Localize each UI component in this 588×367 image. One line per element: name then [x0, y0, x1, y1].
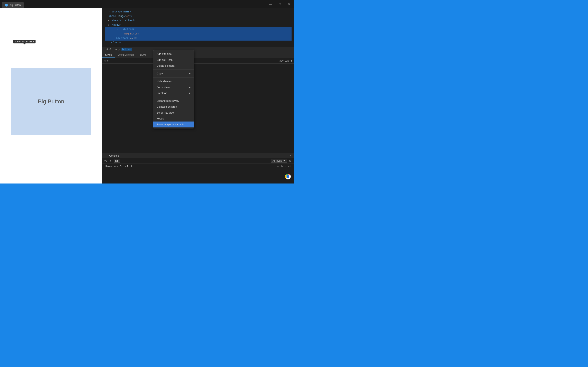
menu-separator-3: [153, 97, 194, 97]
svg-line-3: [105, 160, 107, 162]
tree-line-body[interactable]: ▼ <body>: [105, 23, 292, 27]
filter-row: :hov .cls +: [102, 58, 294, 64]
menu-scroll-into-view[interactable]: Scroll into view: [153, 110, 194, 116]
breadcrumb-body[interactable]: body: [113, 48, 121, 51]
menu-store-global[interactable]: Store as global variable: [153, 122, 194, 127]
menu-add-attribute[interactable]: Add attribute: [153, 51, 194, 57]
tree-line-html[interactable]: <html lang="en">: [105, 14, 292, 19]
maximize-button[interactable]: □: [275, 0, 285, 8]
menu-force-state[interactable]: Force state ▶: [153, 84, 194, 90]
sub-tabs: Styles Event Listeners DOM Properties Ac…: [102, 52, 294, 58]
copy-submenu-arrow: ▶: [189, 72, 190, 75]
tree-line-button-text[interactable]: Big Button: [105, 32, 292, 36]
console-prompt: ›: [102, 180, 294, 184]
sub-tab-styles[interactable]: Styles: [102, 52, 115, 58]
console-header: ⋮ Console ✕: [102, 153, 294, 158]
break-on-submenu-arrow: ▶: [189, 92, 190, 94]
log-source[interactable]: script.js:2: [277, 165, 292, 169]
filter-actions: :hov .cls +: [279, 59, 292, 63]
console-grip: ⋮: [105, 154, 108, 157]
console-settings-icon[interactable]: ⚙: [288, 159, 292, 162]
tab-favicon: [5, 4, 8, 7]
breadcrumb-button[interactable]: button: [121, 48, 132, 51]
add-style-button[interactable]: +: [291, 59, 292, 63]
styles-area: [102, 64, 294, 153]
big-button[interactable]: Big Button: [11, 68, 91, 135]
console-tab[interactable]: Console: [109, 154, 119, 157]
chrome-logo: [285, 174, 291, 180]
menu-break-on[interactable]: Break on ▶: [153, 90, 194, 96]
console-output: thank you for click script.js:2: [102, 164, 294, 180]
prompt-chevron: ›: [104, 181, 104, 183]
menu-separator-1: [153, 69, 194, 70]
tree-line-button-open[interactable]: ... <button>: [105, 27, 292, 32]
clear-console-button[interactable]: [104, 159, 108, 163]
menu-focus[interactable]: Focus: [153, 116, 194, 122]
menu-separator-2: [153, 77, 194, 77]
console-section: ⋮ Console ✕ top: [102, 153, 294, 184]
play-icon[interactable]: [109, 159, 112, 163]
svg-marker-4: [110, 160, 112, 162]
menu-copy[interactable]: Copy ▶: [153, 71, 194, 76]
context-menu: Add attribute Edit as HTML Delete elemen…: [153, 50, 194, 128]
menu-expand-recursively[interactable]: Expand recursively: [153, 98, 194, 104]
console-toolbar: top All levels ▼ ⚙: [102, 158, 294, 164]
force-state-submenu-arrow: ▶: [189, 86, 190, 89]
sub-tab-event-listeners[interactable]: Event Listeners: [115, 52, 138, 58]
tab-title: Big Button: [9, 4, 21, 7]
console-context-selector[interactable]: top: [114, 159, 120, 163]
menu-delete-element[interactable]: Delete element: [153, 63, 194, 69]
chevron-down-icon: ▼: [283, 159, 285, 162]
menu-hide-element[interactable]: Hide element: [153, 78, 194, 84]
menu-collapse-children[interactable]: Collapse children: [153, 104, 194, 110]
tree-line-button-close[interactable]: </button> == $0: [105, 36, 292, 41]
browser-tab[interactable]: Big Button: [2, 2, 24, 8]
hov-button[interactable]: :hov: [279, 59, 284, 62]
sub-tab-dom-breakpoints[interactable]: DOM: [137, 52, 149, 58]
console-level-filter[interactable]: All levels ▼: [271, 159, 287, 163]
console-close-button[interactable]: ✕: [289, 154, 292, 157]
menu-edit-as-html[interactable]: Edit as HTML: [153, 57, 194, 63]
button-tooltip: button 447.3×365.5: [13, 40, 35, 43]
minimize-button[interactable]: —: [266, 0, 275, 8]
close-button[interactable]: ✕: [285, 0, 294, 8]
window-controls: — □ ✕: [266, 0, 294, 8]
log-message: thank you for click: [105, 165, 133, 169]
tree-line-body-close[interactable]: </body>: [105, 41, 292, 45]
breadcrumb: html body button: [102, 47, 294, 52]
cls-button[interactable]: .cls: [285, 59, 289, 62]
breadcrumb-html[interactable]: html: [105, 48, 112, 51]
svg-point-7: [287, 175, 289, 178]
tree-line-head[interactable]: ▶ <head>...</head>: [105, 18, 292, 23]
console-log-entry: thank you for click script.js:2: [105, 165, 292, 169]
tree-line-doctype[interactable]: <!doctype html>: [105, 10, 292, 14]
html-tree: <!doctype html> <html lang="en"> ▶ <head…: [102, 8, 294, 47]
